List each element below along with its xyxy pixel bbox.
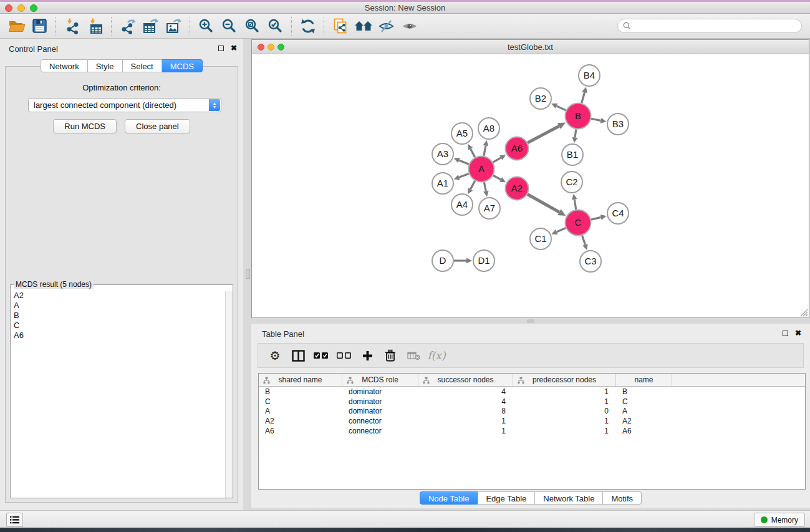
close-panel-button[interactable]: Close panel <box>125 119 190 133</box>
deselect-all-checkboxes-icon[interactable] <box>335 346 354 365</box>
table-cell[interactable]: dominator <box>342 397 418 406</box>
table-row[interactable]: Adominator80A <box>259 406 805 416</box>
save-session-icon[interactable] <box>28 16 51 36</box>
table-settings-gear-icon[interactable]: ⚙ <box>266 346 284 365</box>
table-tab-motifs[interactable]: Motifs <box>603 491 642 505</box>
table-cell[interactable]: 1 <box>418 427 513 435</box>
graph-edge[interactable] <box>459 173 469 177</box>
table-cell[interactable]: connector <box>342 427 418 435</box>
hide-selected-eye-slash-icon[interactable] <box>375 16 398 36</box>
zoom-fit-icon[interactable] <box>241 16 264 36</box>
graph-edge[interactable] <box>582 235 586 244</box>
table-cell[interactable]: B <box>616 387 672 396</box>
add-column-plus-icon[interactable] <box>358 346 377 365</box>
table-row[interactable]: A6connector11A6 <box>259 426 805 436</box>
show-columns-icon[interactable] <box>289 346 307 365</box>
graph-edge[interactable] <box>556 106 566 110</box>
toolbar-search-field[interactable] <box>617 19 802 33</box>
table-cell[interactable]: A2 <box>259 417 342 425</box>
window-resize-grip[interactable] <box>798 307 808 317</box>
memory-button[interactable]: Memory <box>754 513 805 527</box>
table-tab-edge-table[interactable]: Edge Table <box>478 491 535 505</box>
column-header-MCDS-role[interactable]: MCDS role <box>342 374 418 386</box>
table-cell[interactable]: 4 <box>418 397 513 406</box>
export-network-icon[interactable] <box>116 16 139 36</box>
tab-select[interactable]: Select <box>123 59 162 72</box>
graph-edge[interactable] <box>470 149 475 158</box>
graph-edge[interactable] <box>459 160 469 164</box>
graph-edge[interactable] <box>528 195 559 213</box>
graph-edge[interactable] <box>528 126 559 143</box>
table-cell[interactable]: 8 <box>418 407 513 415</box>
column-header-predecessor-nodes[interactable]: predecessor nodes <box>513 374 616 386</box>
delete-column-trash-icon[interactable] <box>381 346 400 365</box>
table-cell[interactable]: 1 <box>513 417 616 425</box>
graph-edge[interactable] <box>484 182 486 191</box>
show-all-eye-icon[interactable] <box>398 16 421 36</box>
export-image-icon[interactable] <box>162 16 185 36</box>
zoom-in-icon[interactable] <box>195 16 218 36</box>
select-all-checkboxes-icon[interactable] <box>312 346 330 365</box>
table-row[interactable]: Cdominator41C <box>259 397 805 407</box>
table-tab-network-table[interactable]: Network Table <box>535 491 603 505</box>
graph-edge[interactable] <box>591 118 600 120</box>
tab-network[interactable]: Network <box>41 59 88 72</box>
table-row[interactable]: Bdominator41B <box>259 387 805 397</box>
apply-layout-icon[interactable] <box>296 16 319 36</box>
float-panel-icon[interactable] <box>218 46 224 51</box>
close-table-panel-icon[interactable]: ✖ <box>795 329 801 337</box>
first-neighbors-icon[interactable] <box>352 16 375 36</box>
close-panel-icon[interactable]: ✖ <box>231 44 237 52</box>
column-header-successor-nodes[interactable]: successor nodes <box>418 374 513 386</box>
table-cell[interactable]: A6 <box>259 427 342 435</box>
export-table-icon[interactable] <box>139 16 162 36</box>
run-mcds-button[interactable]: Run MCDS <box>53 119 117 133</box>
zoom-out-icon[interactable] <box>218 16 241 36</box>
network-canvas[interactable]: AA1A3A4A5A7A8A6A2BB1B2B3B4CC1C2C3C4DD1 <box>252 55 809 318</box>
graph-edge[interactable] <box>484 146 486 156</box>
network-window-titlebar[interactable]: testGlobe.txt <box>252 40 809 54</box>
table-cell[interactable]: A2 <box>616 417 672 425</box>
table-cell[interactable]: C <box>616 397 672 406</box>
column-header-name[interactable]: name <box>616 374 672 386</box>
graph-edge[interactable] <box>557 228 566 232</box>
import-table-icon[interactable] <box>84 16 107 36</box>
table-cell[interactable]: A <box>616 407 672 415</box>
table-cell[interactable]: 4 <box>418 387 513 396</box>
import-network-icon[interactable] <box>60 16 84 36</box>
result-item[interactable]: B <box>11 311 225 321</box>
graph-edge[interactable] <box>493 175 501 180</box>
table-cell[interactable]: dominator <box>342 387 418 396</box>
search-input[interactable] <box>635 22 796 31</box>
table-cell[interactable]: A6 <box>616 427 672 435</box>
graph-edge[interactable] <box>575 129 576 137</box>
graph-edge[interactable] <box>591 217 601 220</box>
column-header-shared-name[interactable]: shared name <box>259 374 342 386</box>
task-history-list-button[interactable] <box>6 513 23 527</box>
graph-edge[interactable] <box>582 92 585 103</box>
table-cell[interactable]: connector <box>342 417 418 425</box>
table-cell[interactable]: 1 <box>513 397 616 406</box>
table-cell[interactable]: 0 <box>513 407 616 415</box>
tab-style[interactable]: Style <box>88 59 123 72</box>
zoom-selected-icon[interactable] <box>264 16 287 36</box>
result-item[interactable]: C <box>11 321 225 331</box>
table-cell[interactable]: B <box>259 387 342 396</box>
open-file-icon[interactable] <box>5 16 28 36</box>
new-network-from-selection-icon[interactable] <box>329 16 352 36</box>
result-item[interactable]: A2 <box>11 291 225 301</box>
horizontal-splitter-handle[interactable] <box>527 319 534 323</box>
float-table-panel-icon[interactable] <box>783 331 788 336</box>
mcds-result-list[interactable]: A2ABCA6 <box>11 291 225 498</box>
table-cell[interactable]: dominator <box>342 407 418 415</box>
table-cell[interactable]: A <box>259 407 342 415</box>
table-cell[interactable]: C <box>259 397 342 406</box>
result-item[interactable]: A6 <box>11 331 225 341</box>
graph-edge[interactable] <box>470 181 475 190</box>
table-row[interactable]: A2connector11A2 <box>259 416 805 426</box>
tab-mcds[interactable]: MCDS <box>162 59 203 72</box>
result-item[interactable]: A <box>11 301 225 311</box>
result-list-scrollbar[interactable] <box>225 291 233 498</box>
vertical-splitter-handle[interactable] <box>246 269 250 279</box>
table-cell[interactable]: 1 <box>418 417 513 425</box>
